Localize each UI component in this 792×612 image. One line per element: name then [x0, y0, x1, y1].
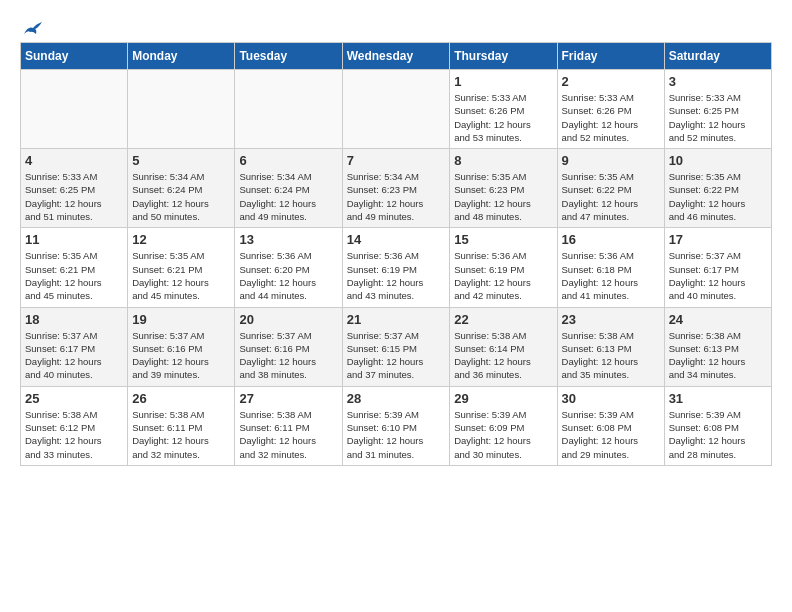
day-number: 7 — [347, 153, 446, 168]
day-number: 17 — [669, 232, 767, 247]
calendar-day: 19Sunrise: 5:37 AM Sunset: 6:16 PM Dayli… — [128, 307, 235, 386]
calendar-day: 22Sunrise: 5:38 AM Sunset: 6:14 PM Dayli… — [450, 307, 557, 386]
calendar-day: 25Sunrise: 5:38 AM Sunset: 6:12 PM Dayli… — [21, 386, 128, 465]
day-info: Sunrise: 5:37 AM Sunset: 6:16 PM Dayligh… — [239, 329, 337, 382]
calendar-day — [235, 70, 342, 149]
day-number: 22 — [454, 312, 552, 327]
calendar-day: 28Sunrise: 5:39 AM Sunset: 6:10 PM Dayli… — [342, 386, 450, 465]
calendar-day: 23Sunrise: 5:38 AM Sunset: 6:13 PM Dayli… — [557, 307, 664, 386]
calendar-day: 13Sunrise: 5:36 AM Sunset: 6:20 PM Dayli… — [235, 228, 342, 307]
day-info: Sunrise: 5:37 AM Sunset: 6:17 PM Dayligh… — [25, 329, 123, 382]
col-header-wednesday: Wednesday — [342, 43, 450, 70]
calendar-day: 30Sunrise: 5:39 AM Sunset: 6:08 PM Dayli… — [557, 386, 664, 465]
calendar-week-row: 18Sunrise: 5:37 AM Sunset: 6:17 PM Dayli… — [21, 307, 772, 386]
day-info: Sunrise: 5:33 AM Sunset: 6:25 PM Dayligh… — [25, 170, 123, 223]
day-info: Sunrise: 5:35 AM Sunset: 6:22 PM Dayligh… — [669, 170, 767, 223]
day-number: 10 — [669, 153, 767, 168]
calendar-day: 29Sunrise: 5:39 AM Sunset: 6:09 PM Dayli… — [450, 386, 557, 465]
calendar-day: 21Sunrise: 5:37 AM Sunset: 6:15 PM Dayli… — [342, 307, 450, 386]
calendar-day: 2Sunrise: 5:33 AM Sunset: 6:26 PM Daylig… — [557, 70, 664, 149]
calendar-day: 1Sunrise: 5:33 AM Sunset: 6:26 PM Daylig… — [450, 70, 557, 149]
day-info: Sunrise: 5:35 AM Sunset: 6:22 PM Dayligh… — [562, 170, 660, 223]
day-number: 24 — [669, 312, 767, 327]
day-info: Sunrise: 5:37 AM Sunset: 6:16 PM Dayligh… — [132, 329, 230, 382]
calendar-table: SundayMondayTuesdayWednesdayThursdayFrid… — [20, 42, 772, 466]
calendar-day: 12Sunrise: 5:35 AM Sunset: 6:21 PM Dayli… — [128, 228, 235, 307]
calendar-day: 26Sunrise: 5:38 AM Sunset: 6:11 PM Dayli… — [128, 386, 235, 465]
calendar-day: 17Sunrise: 5:37 AM Sunset: 6:17 PM Dayli… — [664, 228, 771, 307]
day-number: 23 — [562, 312, 660, 327]
calendar-day: 5Sunrise: 5:34 AM Sunset: 6:24 PM Daylig… — [128, 149, 235, 228]
day-info: Sunrise: 5:34 AM Sunset: 6:24 PM Dayligh… — [239, 170, 337, 223]
day-info: Sunrise: 5:37 AM Sunset: 6:15 PM Dayligh… — [347, 329, 446, 382]
day-info: Sunrise: 5:38 AM Sunset: 6:14 PM Dayligh… — [454, 329, 552, 382]
col-header-tuesday: Tuesday — [235, 43, 342, 70]
logo — [20, 20, 44, 34]
calendar-day: 9Sunrise: 5:35 AM Sunset: 6:22 PM Daylig… — [557, 149, 664, 228]
day-info: Sunrise: 5:35 AM Sunset: 6:23 PM Dayligh… — [454, 170, 552, 223]
col-header-sunday: Sunday — [21, 43, 128, 70]
day-number: 30 — [562, 391, 660, 406]
calendar-week-row: 1Sunrise: 5:33 AM Sunset: 6:26 PM Daylig… — [21, 70, 772, 149]
calendar-day: 6Sunrise: 5:34 AM Sunset: 6:24 PM Daylig… — [235, 149, 342, 228]
logo-bird-icon — [22, 20, 44, 38]
day-info: Sunrise: 5:33 AM Sunset: 6:25 PM Dayligh… — [669, 91, 767, 144]
day-number: 16 — [562, 232, 660, 247]
col-header-monday: Monday — [128, 43, 235, 70]
day-number: 21 — [347, 312, 446, 327]
day-number: 20 — [239, 312, 337, 327]
page-header — [20, 20, 772, 34]
col-header-thursday: Thursday — [450, 43, 557, 70]
calendar-day: 7Sunrise: 5:34 AM Sunset: 6:23 PM Daylig… — [342, 149, 450, 228]
day-number: 15 — [454, 232, 552, 247]
calendar-day: 27Sunrise: 5:38 AM Sunset: 6:11 PM Dayli… — [235, 386, 342, 465]
calendar-week-row: 11Sunrise: 5:35 AM Sunset: 6:21 PM Dayli… — [21, 228, 772, 307]
day-number: 14 — [347, 232, 446, 247]
calendar-day: 31Sunrise: 5:39 AM Sunset: 6:08 PM Dayli… — [664, 386, 771, 465]
day-number: 29 — [454, 391, 552, 406]
day-info: Sunrise: 5:39 AM Sunset: 6:08 PM Dayligh… — [669, 408, 767, 461]
day-info: Sunrise: 5:35 AM Sunset: 6:21 PM Dayligh… — [25, 249, 123, 302]
day-info: Sunrise: 5:38 AM Sunset: 6:11 PM Dayligh… — [132, 408, 230, 461]
calendar-day: 20Sunrise: 5:37 AM Sunset: 6:16 PM Dayli… — [235, 307, 342, 386]
calendar-day — [128, 70, 235, 149]
day-number: 2 — [562, 74, 660, 89]
day-number: 12 — [132, 232, 230, 247]
day-info: Sunrise: 5:39 AM Sunset: 6:08 PM Dayligh… — [562, 408, 660, 461]
day-info: Sunrise: 5:33 AM Sunset: 6:26 PM Dayligh… — [454, 91, 552, 144]
calendar-day: 8Sunrise: 5:35 AM Sunset: 6:23 PM Daylig… — [450, 149, 557, 228]
calendar-header-row: SundayMondayTuesdayWednesdayThursdayFrid… — [21, 43, 772, 70]
day-info: Sunrise: 5:36 AM Sunset: 6:20 PM Dayligh… — [239, 249, 337, 302]
day-number: 3 — [669, 74, 767, 89]
day-number: 13 — [239, 232, 337, 247]
calendar-day: 24Sunrise: 5:38 AM Sunset: 6:13 PM Dayli… — [664, 307, 771, 386]
calendar-day: 4Sunrise: 5:33 AM Sunset: 6:25 PM Daylig… — [21, 149, 128, 228]
calendar-day: 3Sunrise: 5:33 AM Sunset: 6:25 PM Daylig… — [664, 70, 771, 149]
calendar-day: 10Sunrise: 5:35 AM Sunset: 6:22 PM Dayli… — [664, 149, 771, 228]
calendar-day: 15Sunrise: 5:36 AM Sunset: 6:19 PM Dayli… — [450, 228, 557, 307]
day-info: Sunrise: 5:39 AM Sunset: 6:09 PM Dayligh… — [454, 408, 552, 461]
day-number: 28 — [347, 391, 446, 406]
day-info: Sunrise: 5:36 AM Sunset: 6:19 PM Dayligh… — [347, 249, 446, 302]
day-number: 4 — [25, 153, 123, 168]
day-number: 27 — [239, 391, 337, 406]
calendar-day: 14Sunrise: 5:36 AM Sunset: 6:19 PM Dayli… — [342, 228, 450, 307]
day-info: Sunrise: 5:37 AM Sunset: 6:17 PM Dayligh… — [669, 249, 767, 302]
day-info: Sunrise: 5:38 AM Sunset: 6:12 PM Dayligh… — [25, 408, 123, 461]
day-number: 25 — [25, 391, 123, 406]
day-info: Sunrise: 5:35 AM Sunset: 6:21 PM Dayligh… — [132, 249, 230, 302]
day-info: Sunrise: 5:34 AM Sunset: 6:24 PM Dayligh… — [132, 170, 230, 223]
calendar-week-row: 25Sunrise: 5:38 AM Sunset: 6:12 PM Dayli… — [21, 386, 772, 465]
calendar-week-row: 4Sunrise: 5:33 AM Sunset: 6:25 PM Daylig… — [21, 149, 772, 228]
day-info: Sunrise: 5:36 AM Sunset: 6:19 PM Dayligh… — [454, 249, 552, 302]
day-info: Sunrise: 5:38 AM Sunset: 6:13 PM Dayligh… — [669, 329, 767, 382]
day-info: Sunrise: 5:38 AM Sunset: 6:13 PM Dayligh… — [562, 329, 660, 382]
day-number: 9 — [562, 153, 660, 168]
day-info: Sunrise: 5:36 AM Sunset: 6:18 PM Dayligh… — [562, 249, 660, 302]
day-info: Sunrise: 5:34 AM Sunset: 6:23 PM Dayligh… — [347, 170, 446, 223]
day-number: 8 — [454, 153, 552, 168]
day-number: 19 — [132, 312, 230, 327]
calendar-day: 18Sunrise: 5:37 AM Sunset: 6:17 PM Dayli… — [21, 307, 128, 386]
day-info: Sunrise: 5:38 AM Sunset: 6:11 PM Dayligh… — [239, 408, 337, 461]
day-number: 31 — [669, 391, 767, 406]
